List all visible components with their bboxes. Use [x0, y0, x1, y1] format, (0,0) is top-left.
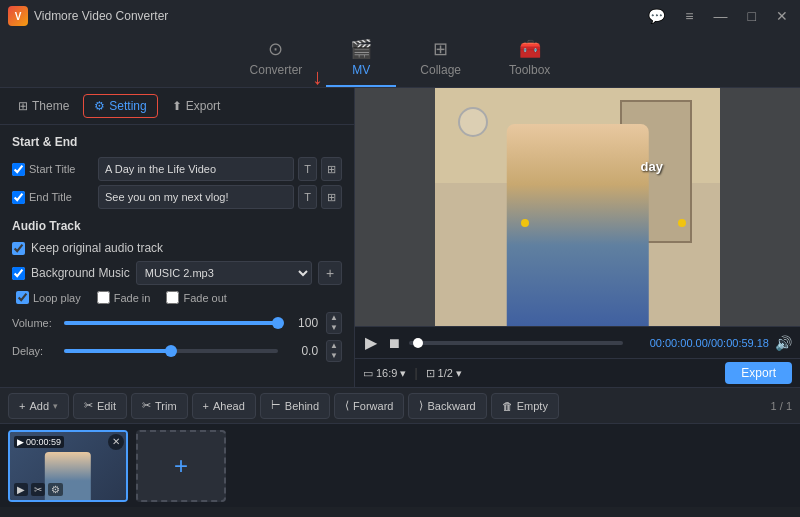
behind-icon: ⊢ [271, 399, 281, 412]
fade-out-checkbox[interactable] [166, 291, 179, 304]
tab-setting[interactable]: ⚙ Setting [83, 94, 157, 118]
clip-duration: 00:00:59 [26, 437, 61, 447]
panel-content: Start & End Start Title T ⊞ End Title T … [0, 125, 354, 378]
nav-toolbox-label: Toolbox [509, 63, 550, 77]
delay-down-btn[interactable]: ▼ [327, 351, 341, 361]
delay-track[interactable] [64, 349, 278, 353]
add-music-btn[interactable]: + [318, 261, 342, 285]
start-title-checkbox[interactable] [12, 163, 25, 176]
volume-down-btn[interactable]: ▼ [327, 323, 341, 333]
end-title-text-btn[interactable]: T [298, 185, 317, 209]
backward-label: Backward [427, 400, 475, 412]
fade-in-label[interactable]: Fade in [97, 291, 151, 304]
bg-music-checkbox[interactable] [12, 267, 25, 280]
end-title-input[interactable] [98, 185, 294, 209]
audio-track-title: Audio Track [12, 219, 342, 233]
keep-original-checkbox[interactable] [12, 242, 25, 255]
app-title: Vidmore Video Converter [34, 9, 168, 23]
menu-button[interactable]: ≡ [681, 6, 697, 26]
nav-collage-label: Collage [420, 63, 461, 77]
end-title-checkbox[interactable] [12, 191, 25, 204]
preview-area: day [355, 88, 800, 326]
delay-thumb[interactable] [165, 345, 177, 357]
preview-left-sidebar [355, 88, 435, 326]
clip-controls: ▶ ✂ ⚙ [14, 483, 63, 496]
top-nav-wrapper: ↓ ⊙ Converter 🎬 MV ⊞ Collage 🧰 Toolbox [0, 32, 800, 88]
chat-button[interactable]: 💬 [644, 6, 669, 26]
playback-bar: ▶ ⏹ 00:00:00.00/00:00:59.18 🔊 [355, 326, 800, 358]
export-button[interactable]: Export [725, 362, 792, 384]
progress-dot [413, 338, 423, 348]
aspect-ratio-button[interactable]: ▭ 16:9 ▾ [363, 367, 406, 380]
clip-play-btn[interactable]: ▶ [14, 483, 28, 496]
delay-value: 0.0 [286, 344, 318, 358]
theme-icon: ⊞ [18, 99, 28, 113]
start-title-label: Start Title [29, 163, 94, 175]
timeline-clip-1: ▶ 00:00:59 ✕ ▶ ✂ ⚙ [8, 430, 128, 502]
delay-up-btn[interactable]: ▲ [327, 341, 341, 351]
scale-button[interactable]: ⊡ 1/2 ▾ [426, 367, 462, 380]
top-nav: ⊙ Converter 🎬 MV ⊞ Collage 🧰 Toolbox [0, 32, 800, 88]
clip-close-btn[interactable]: ✕ [108, 434, 124, 450]
audio-options-row: Loop play Fade in Fade out [12, 291, 342, 304]
ceiling-fan-icon [458, 107, 488, 137]
volume-up-btn[interactable]: ▲ [327, 313, 341, 323]
tab-export[interactable]: ⬆ Export [162, 95, 231, 117]
time-current: 00:00:00.00 [650, 337, 708, 349]
setting-icon: ⚙ [94, 99, 105, 113]
clip-edit-btn[interactable]: ✂ [31, 483, 45, 496]
title-bar-controls: 💬 ≡ — □ ✕ [644, 6, 792, 26]
video-overlay-text: day [641, 159, 663, 174]
forward-button[interactable]: ⟨ Forward [334, 393, 404, 419]
end-title-grid-btn[interactable]: ⊞ [321, 185, 342, 209]
clip-settings-btn[interactable]: ⚙ [48, 483, 63, 496]
empty-button[interactable]: 🗑 Empty [491, 393, 559, 419]
time-total: 00:00:59.18 [711, 337, 769, 349]
trim-button[interactable]: ✂ Trim [131, 393, 188, 419]
stop-button[interactable]: ⏹ [385, 333, 403, 353]
nav-converter[interactable]: ⊙ Converter [226, 32, 327, 87]
video-frame: day [435, 88, 720, 326]
delay-fill [64, 349, 171, 353]
start-end-title: Start & End [12, 135, 342, 149]
nav-mv[interactable]: 🎬 MV [326, 32, 396, 87]
timeline-add-clip[interactable]: + [136, 430, 226, 502]
converter-icon: ⊙ [268, 38, 283, 60]
nav-converter-label: Converter [250, 63, 303, 77]
nav-collage[interactable]: ⊞ Collage [396, 32, 485, 87]
ahead-label: Ahead [213, 400, 245, 412]
behind-button[interactable]: ⊢ Behind [260, 393, 330, 419]
progress-bar[interactable] [409, 341, 623, 345]
fade-in-checkbox[interactable] [97, 291, 110, 304]
edit-button[interactable]: ✂ Edit [73, 393, 127, 419]
start-title-input[interactable] [98, 157, 294, 181]
minimize-button[interactable]: — [710, 6, 732, 26]
aspect-ratio-icon: ▭ [363, 367, 373, 380]
volume-track[interactable] [64, 321, 278, 325]
nav-toolbox[interactable]: 🧰 Toolbox [485, 32, 574, 87]
ahead-button[interactable]: + Ahead [192, 393, 256, 419]
scale-label: 1/2 [438, 367, 453, 379]
edit-label: Edit [97, 400, 116, 412]
volume-spinbox: ▲ ▼ [326, 312, 342, 334]
tab-theme[interactable]: ⊞ Theme [8, 95, 79, 117]
start-title-text-btn[interactable]: T [298, 157, 317, 181]
play-button[interactable]: ▶ [363, 331, 379, 354]
maximize-button[interactable]: □ [744, 6, 760, 26]
tab-theme-label: Theme [32, 99, 69, 113]
close-button[interactable]: ✕ [772, 6, 792, 26]
add-button[interactable]: + Add ▾ [8, 393, 69, 419]
volume-button[interactable]: 🔊 [775, 335, 792, 351]
delay-row: Delay: 0.0 ▲ ▼ [12, 340, 342, 362]
loop-play-checkbox[interactable] [16, 291, 29, 304]
ahead-icon: + [203, 400, 209, 412]
fade-out-label[interactable]: Fade out [166, 291, 226, 304]
loop-play-label[interactable]: Loop play [16, 291, 81, 304]
tab-setting-label: Setting [109, 99, 146, 113]
start-title-grid-btn[interactable]: ⊞ [321, 157, 342, 181]
nav-mv-label: MV [352, 63, 370, 77]
music-select[interactable]: MUSIC 2.mp3 [136, 261, 312, 285]
backward-button[interactable]: ⟩ Backward [408, 393, 486, 419]
volume-thumb[interactable] [272, 317, 284, 329]
empty-icon: 🗑 [502, 400, 513, 412]
